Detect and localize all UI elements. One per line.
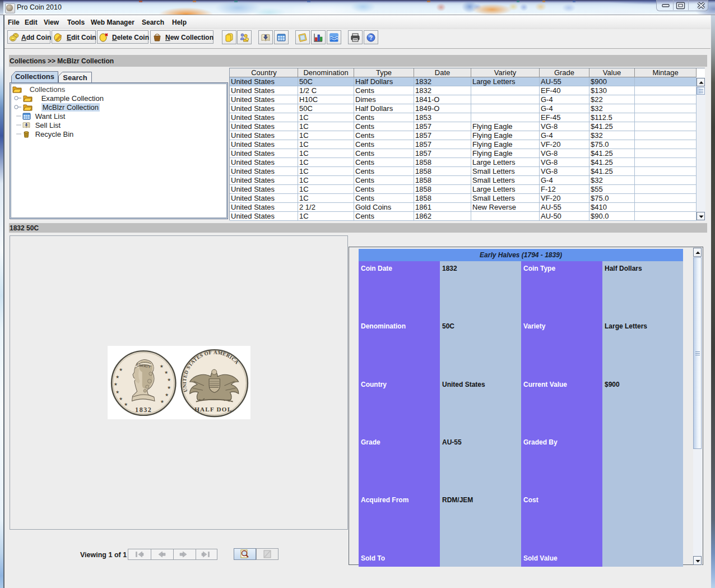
svg-text:★: ★ [160,399,164,404]
svg-text:★: ★ [119,396,123,401]
svg-text:1832: 1832 [135,406,152,414]
svg-text:★: ★ [167,377,171,382]
svg-text:★: ★ [119,367,123,372]
svg-text:HALF DOL.: HALF DOL. [194,406,234,413]
svg-text:★: ★ [164,370,168,375]
svg-text:?: ? [369,35,373,41]
svg-text:★: ★ [167,385,171,390]
svg-text:★: ★ [115,390,119,395]
svg-text:★: ★ [114,382,118,387]
svg-text:★: ★ [160,364,164,369]
svg-text:★: ★ [165,392,169,397]
svg-text:★: ★ [115,374,119,379]
svg-text:★: ★ [124,402,128,407]
